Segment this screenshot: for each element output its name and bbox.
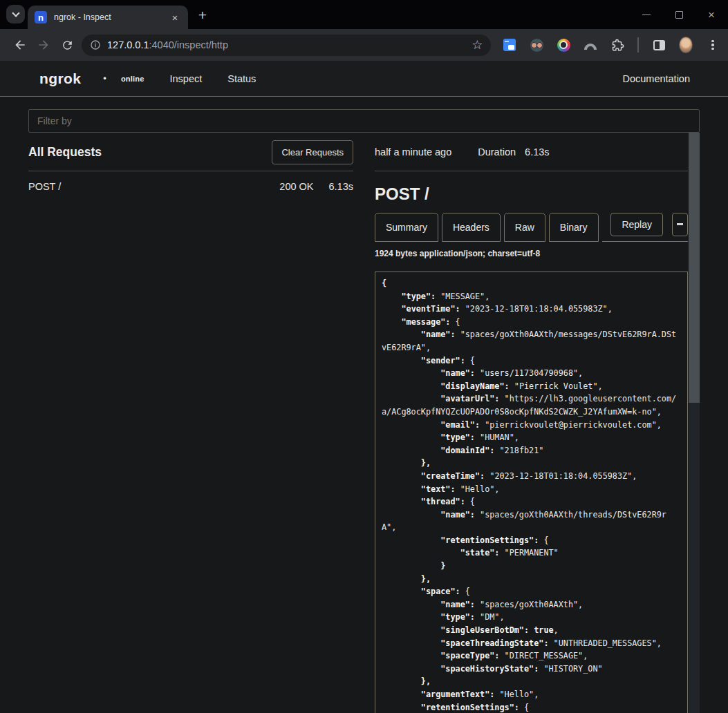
status-dot: •: [103, 73, 106, 84]
forward-button[interactable]: [32, 33, 55, 57]
requests-panel: All Requests Clear Requests POST / 200 O…: [28, 140, 353, 713]
tabs-spacer: Replay: [602, 213, 688, 242]
browser-menu-button[interactable]: [706, 38, 720, 52]
color-lens-icon: [557, 39, 570, 52]
side-panel-button[interactable]: [652, 38, 666, 52]
back-button[interactable]: [8, 33, 32, 57]
avatar: [679, 37, 693, 53]
nav-link-documentation[interactable]: Documentation: [622, 73, 690, 84]
url-host: 127.0.0.1: [107, 39, 149, 50]
extensions-menu-button[interactable]: [610, 38, 624, 52]
extension-arc-icon[interactable]: [584, 38, 597, 52]
browser-tab[interactable]: n ngrok - Inspect ×: [28, 6, 188, 29]
extension-goggles-icon[interactable]: [530, 38, 543, 52]
tab-summary[interactable]: Summary: [375, 213, 438, 242]
chevron-down-icon: [12, 9, 19, 17]
dash-icon: [677, 223, 683, 225]
bookmark-star-icon[interactable]: ☆: [472, 37, 483, 53]
content-meta: 1924 bytes application/json; charset=utf…: [375, 249, 688, 258]
request-body-json: { "type": "MESSAGE", "eventTime": "2023-…: [375, 272, 688, 713]
ngrok-favicon: n: [35, 11, 47, 23]
requests-title: All Requests: [28, 145, 102, 160]
puzzle-icon: [611, 39, 624, 52]
tab-close-icon[interactable]: ×: [169, 11, 181, 23]
close-icon: ×: [708, 9, 715, 21]
forward-arrow-icon: [37, 38, 50, 52]
status-badge: online: [121, 75, 144, 83]
scrollbar-track[interactable]: [689, 133, 700, 713]
address-bar[interactable]: 127.0.0.1:4040/inspect/http ☆: [82, 35, 491, 56]
ngrok-logo[interactable]: ngrok: [39, 70, 81, 87]
tab-raw[interactable]: Raw: [504, 213, 545, 242]
duration-label: Duration: [478, 146, 516, 158]
duration-value: 6.13s: [525, 146, 549, 158]
tab-title: ngrok - Inspect: [54, 12, 169, 22]
nav-link-inspect[interactable]: Inspect: [170, 73, 203, 84]
divider: [375, 171, 688, 171]
detail-tabs: Summary Headers Raw Binary Replay: [375, 213, 688, 242]
back-arrow-icon: [13, 38, 27, 52]
gray-arc-icon: [584, 44, 597, 50]
clear-requests-button[interactable]: Clear Requests: [272, 140, 353, 164]
extension-camera-icon[interactable]: [557, 38, 570, 52]
filter-input[interactable]: [28, 109, 700, 133]
browser-toolbar: 127.0.0.1:4040/inspect/http ☆: [0, 29, 728, 61]
request-detail-title: POST /: [375, 184, 688, 204]
request-status: 200 OK: [279, 181, 313, 192]
url-path: :4040/inspect/http: [149, 39, 227, 50]
tab-search-button[interactable]: [6, 5, 25, 23]
new-tab-button[interactable]: +: [194, 6, 212, 24]
request-detail-panel: half a minute ago Duration 6.13s POST / …: [375, 140, 688, 713]
window-close-button[interactable]: ×: [704, 8, 718, 21]
replay-button[interactable]: Replay: [610, 213, 663, 236]
kebab-menu-icon: [711, 40, 713, 50]
side-panel-icon: [653, 40, 665, 50]
window-controls: ×: [640, 0, 718, 29]
window-minimize-button[interactable]: [640, 8, 653, 21]
reload-icon: [61, 39, 74, 52]
request-method-path: POST /: [28, 181, 61, 192]
extensions-bar: [503, 37, 720, 53]
maximize-icon: [675, 11, 683, 19]
site-info-icon[interactable]: [90, 39, 101, 50]
profile-button[interactable]: [679, 38, 693, 52]
tab-headers[interactable]: Headers: [442, 213, 501, 242]
request-duration: 6.13s: [329, 181, 353, 192]
nav-link-status[interactable]: Status: [227, 73, 256, 84]
request-list-item[interactable]: POST / 200 OK 6.13s: [28, 171, 353, 192]
minimize-icon: [642, 15, 651, 15]
extension-screenshot-icon[interactable]: [503, 38, 516, 52]
toolbar-separator: [637, 37, 639, 53]
scrollbar-thumb[interactable]: [689, 133, 700, 403]
replay-options-button[interactable]: [672, 213, 688, 236]
main-content: All Requests Clear Requests POST / 200 O…: [0, 97, 728, 713]
ngrok-header: ngrok • online Inspect Status Documentat…: [0, 61, 728, 97]
window-maximize-button[interactable]: [672, 8, 686, 21]
goggles-face-icon: [530, 39, 543, 52]
reload-button[interactable]: [55, 33, 79, 57]
browser-tab-strip: n ngrok - Inspect × + ×: [0, 0, 728, 29]
request-time-ago: half a minute ago: [375, 146, 451, 158]
blue-window-icon: [503, 39, 516, 51]
tab-binary[interactable]: Binary: [549, 213, 599, 242]
